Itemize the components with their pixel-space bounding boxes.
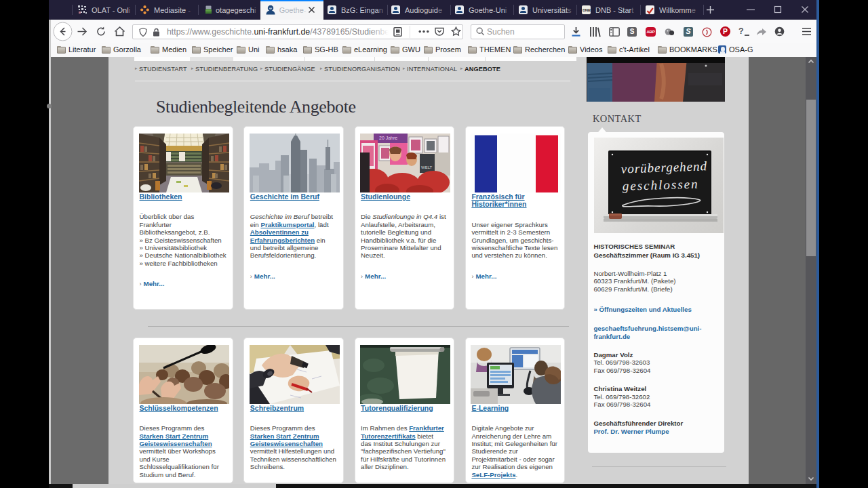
svg-text:vorübergehend: vorübergehend (620, 159, 707, 176)
svg-text:geschlossen: geschlossen (622, 177, 698, 193)
svg-text:20 Jahre: 20 Jahre (379, 136, 397, 140)
svg-text:WELT: WELT (421, 165, 433, 169)
